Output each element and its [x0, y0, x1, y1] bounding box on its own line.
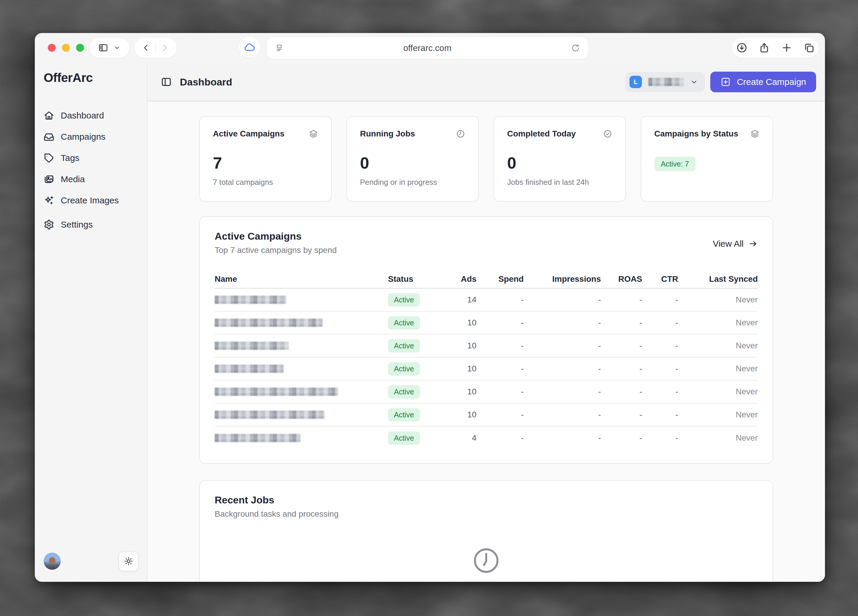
chevron-down-icon [690, 78, 698, 86]
media-icon [44, 174, 54, 185]
share-icon[interactable] [759, 42, 770, 53]
roas-value: - [601, 364, 642, 374]
view-all-label: View All [713, 239, 744, 249]
forward-icon[interactable] [160, 43, 169, 52]
campaign-name-redacted [214, 365, 284, 373]
sidebar-nav: Dashboard Campaigns Tags [35, 105, 147, 235]
panel-left-icon[interactable] [161, 77, 172, 87]
chevron-down-icon[interactable] [113, 44, 121, 51]
spend-value: - [476, 410, 524, 419]
ads-count: 10 [432, 341, 476, 351]
sidebar-toggle-group[interactable] [89, 38, 129, 58]
status-badge: Active [388, 362, 420, 375]
table-row[interactable]: Active 10 - - - - Never [214, 312, 758, 335]
table-header-row: Name Status Ads Spend Impressions ROAS C… [214, 270, 758, 289]
sidebar-item-dashboard[interactable]: Dashboard [35, 105, 147, 126]
create-campaign-label: Create Campaign [737, 77, 806, 87]
sidebar-item-label: Dashboard [61, 110, 104, 121]
panel-subtitle: Top 7 active campaigns by spend [214, 245, 337, 255]
tab-overview-icon[interactable] [804, 42, 814, 53]
gear-icon [44, 219, 54, 230]
stat-title: Completed Today [507, 129, 576, 138]
active-campaigns-panel: Active Campaigns Top 7 active campaigns … [199, 216, 773, 464]
zoom-window-button[interactable] [76, 44, 84, 52]
plus-square-icon [720, 77, 731, 87]
status-badge: Active [388, 385, 420, 399]
table-row[interactable]: Active 10 - - - - Never [214, 357, 758, 380]
sidebar-item-campaigns[interactable]: Campaigns [35, 126, 147, 147]
sun-icon [124, 557, 133, 566]
panel-title: Active Campaigns [214, 231, 337, 242]
roas-value: - [601, 410, 642, 419]
status-badge: Active [388, 408, 420, 422]
sidebar-item-label: Tags [61, 153, 79, 163]
back-icon[interactable] [141, 43, 150, 52]
stat-title: Running Jobs [360, 129, 415, 138]
ctr-value: - [642, 341, 678, 351]
panel-title: Recent Jobs [214, 494, 758, 506]
roas-value: - [601, 295, 642, 304]
ads-count: 10 [432, 364, 476, 374]
column-header: Name [214, 275, 388, 284]
stat-cards: Active Campaigns 7 7 total campaigns Run… [199, 116, 773, 202]
campaign-table-body: Active 14 - - - - Never Active 10 - - - … [214, 289, 758, 450]
campaign-name-redacted [214, 388, 338, 396]
view-all-link[interactable]: View All [713, 239, 758, 249]
theme-toggle-button[interactable] [118, 551, 138, 571]
roas-value: - [601, 341, 642, 351]
sidebar-footer [35, 551, 147, 571]
sidebar-item-tags[interactable]: Tags [35, 147, 147, 169]
address-bar[interactable]: offerarc.com [267, 37, 588, 59]
clock-icon [456, 129, 465, 138]
spend-value: - [476, 341, 524, 351]
table-row[interactable]: Active 14 - - - - Never [214, 289, 758, 312]
impressions-value: - [524, 433, 601, 443]
page-header: Dashboard L Create Campaign [148, 63, 825, 101]
user-menu[interactable]: L [625, 72, 705, 92]
close-window-button[interactable] [48, 44, 56, 52]
sidebar-item-label: Media [61, 174, 85, 184]
main-area: Dashboard L Create Campaign [147, 63, 825, 582]
column-header: Impressions [524, 275, 601, 284]
reader-icon[interactable] [275, 43, 284, 53]
ads-count: 10 [432, 387, 476, 396]
impressions-value: - [524, 295, 601, 304]
dashboard-content: Active Campaigns 7 7 total campaigns Run… [148, 101, 825, 582]
sidebar-item-settings[interactable]: Settings [35, 214, 147, 235]
last-synced-value: Never [678, 318, 758, 327]
roas-value: - [601, 433, 642, 443]
sidebar-item-create-images[interactable]: Create Images [35, 190, 147, 211]
status-count-badge: Active: 7 [654, 157, 696, 171]
create-campaign-button[interactable]: Create Campaign [710, 71, 816, 92]
clock-icon [471, 546, 501, 575]
cloud-icon [244, 41, 255, 53]
impressions-value: - [524, 318, 601, 327]
new-tab-icon[interactable] [781, 42, 792, 53]
status-badge: Active [388, 293, 420, 307]
download-icon[interactable] [736, 42, 748, 53]
table-row[interactable]: Active 4 - - - - Never [214, 427, 758, 450]
table-row[interactable]: Active 10 - - - - Never [214, 335, 758, 357]
roas-value: - [601, 318, 642, 327]
campaign-name-redacted [214, 434, 300, 442]
stat-caption: Jobs finished in last 24h [507, 178, 612, 187]
sidebar-toggle-icon[interactable] [98, 43, 108, 53]
refresh-icon[interactable] [571, 43, 580, 53]
sidebar-item-media[interactable]: Media [35, 169, 147, 190]
user-initial-avatar: L [630, 76, 642, 88]
table-row[interactable]: Active 10 - - - - Never [214, 403, 758, 427]
tag-icon [44, 153, 54, 163]
status-badge: Active [388, 316, 420, 329]
last-synced-value: Never [678, 341, 758, 351]
browser-toolbar: offerarc.com [35, 33, 825, 63]
user-avatar-photo[interactable] [44, 552, 61, 570]
url-text[interactable]: offerarc.com [284, 43, 571, 53]
impressions-value: - [524, 341, 601, 351]
ads-count: 4 [432, 433, 476, 443]
minimize-window-button[interactable] [62, 44, 70, 52]
table-row[interactable]: Active 10 - - - - Never [214, 380, 758, 403]
column-header: Ads [432, 275, 476, 284]
icloud-tab-button[interactable] [239, 37, 260, 58]
status-badge: Active [388, 339, 420, 352]
stat-caption: 7 total campaigns [213, 178, 318, 187]
